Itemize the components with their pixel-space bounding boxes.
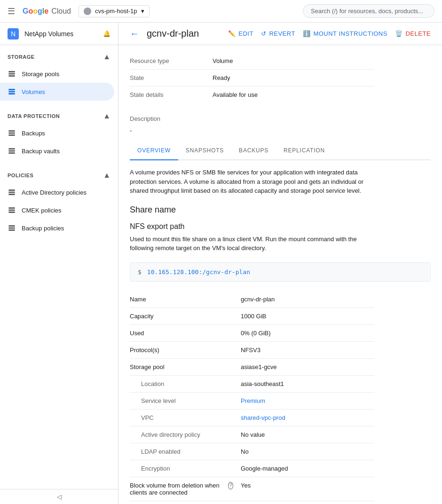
detail-service-level-row: Service level Premium xyxy=(130,393,374,410)
delete-button[interactable]: 🗑️ DELETE xyxy=(395,30,431,37)
detail-used-row: Used 0% (0 GiB) xyxy=(130,325,374,342)
detail-protocols-label: Protocol(s) xyxy=(130,342,233,358)
bell-icon[interactable]: 🔔 xyxy=(103,30,110,37)
detail-service-level-value: Premium xyxy=(233,393,273,409)
svg-rect-18 xyxy=(8,225,15,227)
storage-section-header[interactable]: Storage ▲ xyxy=(0,49,118,65)
storage-pools-label: Storage pools xyxy=(22,71,59,78)
sidebar-item-cmek[interactable]: CMEK policies xyxy=(0,201,114,219)
svg-rect-10 xyxy=(8,150,15,152)
svg-rect-0 xyxy=(8,71,15,72)
resource-type-row: Resource type Volume xyxy=(130,53,374,70)
svg-rect-20 xyxy=(8,229,15,231)
detail-snapshot-visible-row: Make snapshot directory visible No xyxy=(130,501,374,504)
detail-name-label: Name xyxy=(130,291,233,307)
tab-snapshots[interactable]: SNAPSHOTS xyxy=(178,142,231,160)
project-selector[interactable]: cvs-pm-host-1p ▾ xyxy=(79,5,150,17)
content-header: ← gcnv-dr-plan ✏️ EDIT ↺ REVERT ℹ️ MOUNT… xyxy=(118,23,442,45)
backup-policies-label: Backup policies xyxy=(22,225,64,232)
description-section: Description - xyxy=(130,110,431,134)
detail-name-value: gcnv-dr-plan xyxy=(233,291,282,307)
detail-protocols-value: NFSV3 xyxy=(233,342,268,358)
tab-overview[interactable]: OVERVIEW xyxy=(130,142,178,160)
edit-icon: ✏️ xyxy=(228,30,236,37)
resource-type-label: Resource type xyxy=(130,53,205,69)
content-body: Resource type Volume State Ready State d… xyxy=(118,45,442,504)
volume-info-table: Resource type Volume State Ready State d… xyxy=(130,53,374,103)
detail-vpc-value: shared-vpc-prod xyxy=(233,410,293,426)
detail-ldap-value: No xyxy=(233,443,256,460)
cmek-icon xyxy=(8,206,16,214)
detail-ldap-label: LDAP enabled xyxy=(130,443,233,460)
project-dot-icon xyxy=(84,8,91,15)
state-label: State xyxy=(130,70,205,86)
back-button[interactable]: ← xyxy=(130,28,139,39)
help-icon[interactable]: ? xyxy=(228,482,233,489)
sidebar-item-backup-vaults[interactable]: Backup vaults xyxy=(0,142,114,160)
info-icon: ℹ️ xyxy=(303,30,311,37)
volumes-icon xyxy=(8,87,16,96)
detail-snapshot-visible-value: No xyxy=(233,501,256,504)
storage-section-label: Storage xyxy=(8,54,35,60)
search-bar[interactable]: Search (/) for resources, docs, products… xyxy=(303,4,434,18)
detail-location-row: Location asia-southeast1 xyxy=(130,376,374,393)
main-content: ← gcnv-dr-plan ✏️ EDIT ↺ REVERT ℹ️ MOUNT… xyxy=(118,23,442,504)
detail-table: Name gcnv-dr-plan Capacity 1000 GiB Used… xyxy=(130,291,374,504)
collapse-button[interactable]: ◁ xyxy=(0,489,118,504)
storage-pools-icon xyxy=(8,70,16,78)
tab-replication[interactable]: REPLICATION xyxy=(276,142,332,160)
sidebar-item-storage-pools[interactable]: Storage pools xyxy=(0,65,114,83)
svg-rect-16 xyxy=(8,210,15,211)
share-name-heading: Share name xyxy=(130,205,431,215)
detail-used-label: Used xyxy=(130,325,233,341)
collapse-icon: ◁ xyxy=(57,493,62,500)
policies-section-header[interactable]: Policies ▲ xyxy=(0,167,118,183)
sidebar-item-active-directory[interactable]: Active Directory policies xyxy=(0,183,114,201)
tab-backups[interactable]: BACKUPS xyxy=(231,142,276,160)
dropdown-icon: ▾ xyxy=(141,8,144,15)
data-protection-label: Data protection xyxy=(8,113,60,119)
backups-label: Backups xyxy=(22,130,45,137)
backup-policies-icon xyxy=(8,224,16,232)
data-protection-section-header[interactable]: Data protection ▲ xyxy=(0,108,118,124)
code-block: $ 10.165.128.100:/gcnv-dr-plan xyxy=(130,262,431,282)
svg-rect-8 xyxy=(8,134,15,136)
mount-instructions-button[interactable]: ℹ️ MOUNT INSTRUCTIONS xyxy=(303,30,387,37)
detail-block-volume-label: Block volume from deletion when clients … xyxy=(130,477,233,501)
svg-rect-9 xyxy=(8,148,15,150)
svg-rect-15 xyxy=(8,207,15,209)
revert-icon: ↺ xyxy=(261,30,267,37)
sidebar-item-volumes[interactable]: Volumes xyxy=(0,83,114,101)
sidebar-header: N NetApp Volumes 🔔 xyxy=(0,23,118,45)
state-details-label: State details xyxy=(130,87,205,103)
sidebar-item-backups[interactable]: Backups xyxy=(0,124,114,142)
svg-rect-6 xyxy=(8,130,15,132)
detail-encryption-value: Google-managed xyxy=(233,460,295,477)
nfs-export-heading: NFS export path xyxy=(130,222,431,231)
body-area: N NetApp Volumes 🔔 Storage ▲ Storage poo… xyxy=(0,23,442,504)
volumes-label: Volumes xyxy=(22,88,45,95)
svg-rect-12 xyxy=(8,189,15,191)
data-protection-toggle-icon: ▲ xyxy=(103,112,110,120)
sidebar-title: NetApp Volumes xyxy=(24,30,73,38)
detail-capacity-row: Capacity 1000 GiB xyxy=(130,308,374,325)
detail-ad-policy-value: No value xyxy=(233,426,272,443)
sidebar: N NetApp Volumes 🔔 Storage ▲ Storage poo… xyxy=(0,23,118,504)
detail-ad-policy-row: Active directory policy No value xyxy=(130,426,374,443)
storage-section: Storage ▲ Storage pools Volumes xyxy=(0,45,118,104)
state-details-row: State details Available for use xyxy=(130,87,374,103)
detail-storage-pool-label: Storage pool xyxy=(130,359,233,375)
detail-storage-pool-value: asiase1-gcve xyxy=(233,359,284,375)
edit-button[interactable]: ✏️ EDIT xyxy=(228,30,253,37)
page-title: gcnv-dr-plan xyxy=(147,28,221,39)
revert-button[interactable]: ↺ REVERT xyxy=(261,30,295,37)
menu-icon[interactable]: ☰ xyxy=(8,6,15,16)
svg-rect-11 xyxy=(8,152,15,154)
detail-used-value: 0% (0 GiB) xyxy=(233,325,278,341)
resource-type-value: Volume xyxy=(205,53,240,69)
detail-capacity-label: Capacity xyxy=(130,308,233,324)
edit-label: EDIT xyxy=(238,30,253,37)
detail-block-volume-row: Block volume from deletion when clients … xyxy=(130,477,374,501)
sidebar-item-backup-policies[interactable]: Backup policies xyxy=(0,219,114,237)
detail-vpc-label: VPC xyxy=(130,410,233,426)
